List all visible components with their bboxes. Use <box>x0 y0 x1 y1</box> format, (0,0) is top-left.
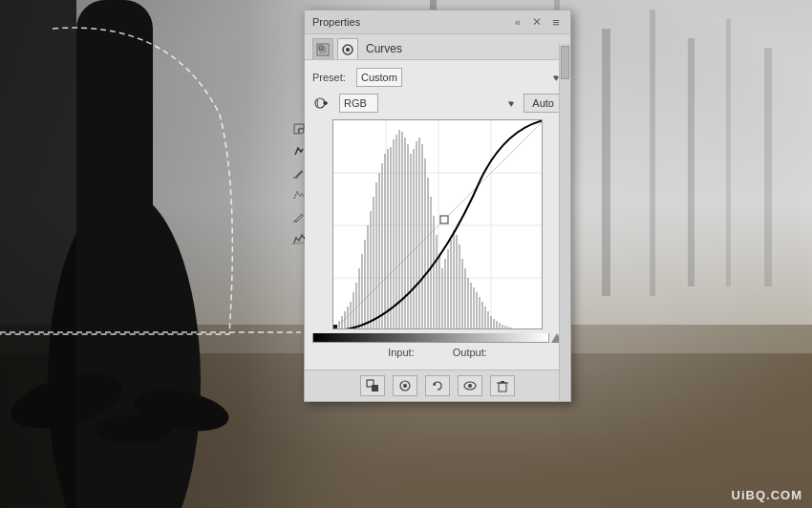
svg-rect-57 <box>390 147 392 328</box>
svg-point-18 <box>96 415 172 444</box>
watermark: UiBQ.COM <box>732 488 802 502</box>
svg-rect-98 <box>507 327 509 328</box>
svg-rect-96 <box>502 325 503 328</box>
svg-rect-19 <box>0 0 76 508</box>
panel-title: Properties <box>312 16 360 28</box>
svg-rect-56 <box>387 149 389 328</box>
tab-curves[interactable] <box>337 38 358 59</box>
tool-2[interactable] <box>289 141 309 160</box>
svg-rect-65 <box>413 149 415 328</box>
delete-btn[interactable] <box>490 375 515 396</box>
tab-adjustment-icon[interactable] <box>312 38 333 59</box>
tool-5[interactable] <box>289 207 309 226</box>
svg-rect-63 <box>407 144 409 328</box>
svg-rect-68 <box>421 144 423 328</box>
svg-rect-72 <box>433 216 435 328</box>
histogram-svg <box>333 120 542 328</box>
svg-rect-76 <box>444 259 446 328</box>
svg-rect-81 <box>459 244 460 328</box>
svg-rect-110 <box>499 383 506 392</box>
tool-3[interactable] <box>289 163 309 182</box>
svg-point-25 <box>346 48 350 52</box>
svg-rect-53 <box>378 173 380 328</box>
svg-rect-86 <box>473 287 475 328</box>
svg-rect-93 <box>493 319 495 328</box>
channel-select-wrapper: RGB Red Green Blue ▾ <box>339 94 518 113</box>
svg-rect-69 <box>424 159 426 328</box>
svg-rect-55 <box>384 154 386 328</box>
panel-controls: « ✕ ≡ <box>511 15 563 29</box>
close-icon[interactable]: ✕ <box>530 15 544 29</box>
svg-rect-13 <box>764 48 772 286</box>
io-row: Input: Output: <box>312 347 563 358</box>
svg-rect-80 <box>456 235 458 328</box>
menu-icon[interactable]: ≡ <box>549 15 563 29</box>
tab-bar: Curves <box>305 34 570 60</box>
svg-rect-77 <box>447 249 449 328</box>
preset-select-wrapper: Custom ▾ <box>356 68 563 87</box>
svg-rect-59 <box>395 135 397 328</box>
output-label: Output: <box>453 347 487 358</box>
svg-rect-99 <box>510 328 512 328</box>
svg-rect-41 <box>344 311 346 328</box>
preset-row: Preset: Custom ▾ <box>312 68 563 87</box>
svg-rect-97 <box>504 326 506 328</box>
clip-btn[interactable] <box>360 375 385 396</box>
channel-tool-icon[interactable] <box>312 93 333 114</box>
svg-rect-64 <box>410 154 412 328</box>
svg-rect-39 <box>338 321 340 328</box>
svg-rect-94 <box>496 321 498 328</box>
preset-label: Preset: <box>312 72 351 83</box>
svg-rect-40 <box>341 316 343 328</box>
input-label: Input: <box>388 347 415 358</box>
preset-select[interactable]: Custom <box>356 68 402 87</box>
svg-rect-58 <box>393 139 395 328</box>
svg-rect-62 <box>404 138 406 328</box>
view-previous-btn[interactable] <box>393 375 417 396</box>
svg-rect-101 <box>333 325 337 328</box>
svg-rect-70 <box>427 178 429 328</box>
svg-rect-66 <box>416 141 417 328</box>
svg-rect-85 <box>470 283 472 328</box>
properties-panel: Properties « ✕ ≡ Curves Preset: <box>304 10 571 402</box>
svg-rect-9 <box>602 29 610 296</box>
tool-6[interactable] <box>289 229 309 248</box>
gradient-bar <box>312 333 549 343</box>
svg-rect-54 <box>381 163 383 328</box>
tool-4[interactable] <box>289 185 309 204</box>
svg-rect-11 <box>688 38 694 286</box>
svg-rect-71 <box>430 197 432 328</box>
svg-rect-84 <box>467 278 469 328</box>
bottom-toolbar <box>305 370 570 401</box>
svg-rect-48 <box>364 240 366 328</box>
channel-select[interactable]: RGB Red Green Blue <box>339 94 378 113</box>
panel-body: Preset: Custom ▾ RGB Red <box>305 60 570 370</box>
svg-rect-30 <box>293 242 305 244</box>
svg-rect-10 <box>650 10 655 296</box>
tool-1[interactable] <box>289 119 309 138</box>
curves-area[interactable] <box>332 119 543 329</box>
svg-rect-47 <box>361 254 363 328</box>
svg-rect-74 <box>438 254 440 328</box>
scrollbar[interactable] <box>559 44 570 401</box>
auto-button[interactable]: Auto <box>524 94 563 113</box>
reset-btn[interactable] <box>425 375 450 396</box>
svg-rect-75 <box>441 268 443 328</box>
svg-rect-49 <box>367 225 369 328</box>
svg-rect-52 <box>375 182 377 328</box>
svg-rect-44 <box>353 292 354 328</box>
svg-rect-50 <box>370 211 372 328</box>
svg-rect-82 <box>461 259 463 328</box>
channel-row: RGB Red Green Blue ▾ Auto <box>312 93 563 114</box>
panel-header: Properties « ✕ ≡ <box>305 11 570 34</box>
visibility-btn[interactable] <box>458 375 482 396</box>
svg-rect-83 <box>464 268 466 328</box>
svg-rect-79 <box>453 230 455 328</box>
scrollbar-thumb[interactable] <box>561 46 569 79</box>
svg-rect-104 <box>372 385 378 392</box>
svg-rect-92 <box>490 316 492 328</box>
gradient-row <box>312 333 563 343</box>
tab-curves-label: Curves <box>362 42 406 55</box>
svg-rect-12 <box>726 19 731 286</box>
collapse-icon[interactable]: « <box>511 15 524 29</box>
